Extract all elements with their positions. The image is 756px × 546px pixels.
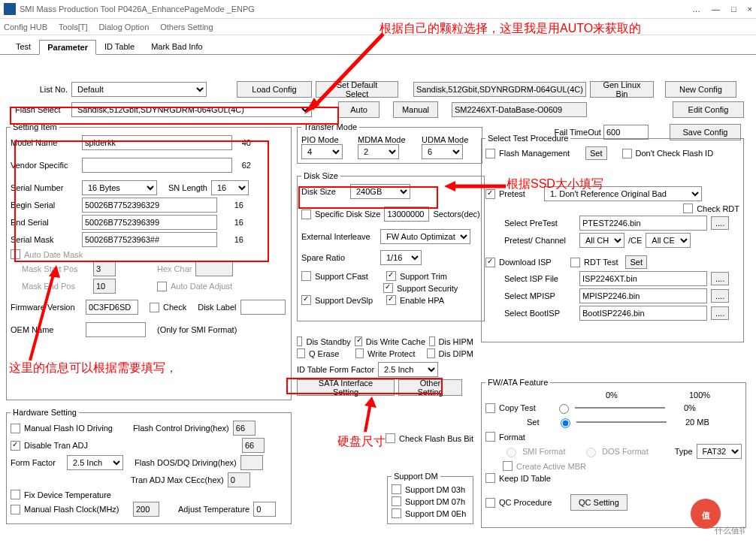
dm0e-check[interactable] (392, 508, 401, 518)
dis-hipm-label: Dis HIPM (439, 337, 473, 346)
dis-standby-check[interactable] (297, 336, 302, 346)
menu-others[interactable]: Others Setting (160, 23, 213, 32)
adjust-temp-input[interactable] (253, 502, 276, 517)
bootisp-input[interactable] (579, 306, 707, 321)
edit-config-button[interactable]: Edit Config (673, 101, 744, 118)
flash-mgmt-check[interactable] (485, 149, 495, 158)
pio-select[interactable]: 4 (301, 144, 343, 159)
bootisp-browse[interactable]: .... (711, 306, 729, 320)
tab-parameter[interactable]: Parameter (39, 40, 96, 55)
dm07-check[interactable] (392, 496, 401, 506)
minimize-button[interactable]: — (712, 5, 720, 14)
list-no-select[interactable]: Default (71, 82, 207, 97)
trim-check[interactable] (386, 271, 396, 281)
keep-id-check[interactable] (485, 473, 495, 483)
sn-length-select[interactable]: 16 (211, 180, 249, 195)
dis-dipm-check[interactable] (427, 348, 435, 358)
pretest-browse[interactable]: .... (711, 216, 729, 230)
auto-date-mask-check[interactable] (11, 249, 20, 259)
more-button[interactable]: … (692, 5, 700, 14)
keep-id-label: Keep ID Table (499, 474, 551, 483)
menu-config-hub[interactable]: Config HUB (4, 23, 47, 32)
disk-size-select[interactable]: 240GB (350, 184, 410, 199)
serial-num-select[interactable]: 16 Bytes (82, 180, 157, 195)
copy-test-radio[interactable] (559, 404, 569, 414)
fix-temp-check[interactable] (11, 490, 20, 499)
select-pretest-input[interactable] (579, 216, 707, 231)
ce-select[interactable]: All CE (646, 233, 691, 248)
menu-tools[interactable]: Tools[T] (59, 23, 88, 32)
form-factor-select[interactable]: 2.5 Inch (378, 362, 438, 377)
model-name-input[interactable] (82, 135, 232, 150)
annotation-2: 根据SSD大小填写 (507, 176, 603, 192)
close-button[interactable]: × (748, 5, 752, 14)
ff-select[interactable]: 2.5 Inch (67, 455, 123, 470)
tab-id-table[interactable]: ID Table (96, 39, 143, 54)
tab-test[interactable]: Test (8, 39, 39, 54)
mpisp-input[interactable] (579, 288, 707, 303)
disable-tran-check[interactable] (11, 441, 20, 451)
manual-button[interactable]: Manual (393, 101, 438, 118)
specific-disk-input[interactable] (384, 207, 429, 222)
maximize-button[interactable]: □ (731, 5, 736, 14)
check-rdt-box[interactable] (683, 204, 693, 213)
sata-setting-button[interactable]: SATA Interface Setting (297, 379, 395, 396)
specific-disk-check[interactable] (301, 210, 311, 219)
cfast-check[interactable] (301, 271, 311, 281)
set-radio[interactable] (561, 418, 570, 428)
dos-format-radio (586, 448, 596, 457)
menu-dialog-option[interactable]: Dialog Option (99, 23, 150, 32)
create-mbr-check (503, 461, 513, 471)
qc-setting-button[interactable]: QC Setting (570, 494, 627, 511)
other-setting-button[interactable]: Other Setting (398, 379, 462, 396)
svg-line-0 (312, 34, 383, 109)
write-protect-check[interactable] (355, 348, 364, 358)
isp-browse[interactable]: .... (711, 272, 729, 285)
vendor-input[interactable] (82, 158, 232, 173)
format-label: Format (499, 433, 525, 442)
hpa-check[interactable] (386, 295, 396, 305)
rdt-test-check[interactable] (570, 258, 580, 267)
rdt-set-button[interactable]: Set (625, 255, 647, 269)
qc-procedure-check[interactable] (485, 498, 495, 508)
check-flash-bus-check[interactable] (386, 433, 395, 443)
auto-date-mask-label: Auto Date Mask (24, 250, 83, 259)
q-erase-check[interactable] (297, 348, 305, 358)
manual-clock-check[interactable] (11, 505, 20, 514)
tran-max-input (228, 472, 250, 487)
oem-input[interactable] (86, 322, 146, 337)
dis-hipm-check[interactable] (429, 336, 434, 346)
hpa-label: Enable HPA (400, 296, 444, 305)
udma-select[interactable]: 6 (422, 144, 463, 159)
devslp-check[interactable] (301, 295, 311, 305)
vendor-len: 62 (236, 161, 251, 170)
format-check[interactable] (485, 432, 495, 442)
check-box[interactable] (150, 303, 159, 312)
tab-mark-bad[interactable]: Mark Bad Info (143, 39, 210, 54)
serial-mask-input[interactable] (82, 232, 217, 247)
disk-label-input[interactable] (240, 300, 286, 315)
flash-select-label: Flash Select (15, 105, 68, 114)
copy-test-check[interactable] (485, 403, 495, 413)
svg-marker-1 (304, 98, 319, 114)
new-config-button[interactable]: New Config (665, 81, 736, 98)
dis-wcache-check[interactable] (355, 336, 362, 346)
end-serial-input[interactable] (82, 215, 217, 230)
dont-check-box[interactable] (622, 149, 632, 158)
security-check[interactable] (383, 283, 393, 293)
manual-io-check[interactable] (11, 424, 20, 433)
flash-select-dropdown[interactable]: Sandisk,512Gbit,SDYNRGDRM-064GUL(4C) (71, 102, 312, 117)
mpisp-browse[interactable]: .... (711, 289, 729, 303)
dm03-check[interactable] (392, 484, 401, 494)
fw-input[interactable] (86, 300, 138, 315)
isp-file-input[interactable] (579, 271, 707, 286)
pretest-ch-select[interactable]: All CH (579, 233, 624, 248)
ext-interleave-select[interactable]: FW Auto Optimization (380, 229, 470, 244)
spare-ratio-select[interactable]: 1/16 (380, 250, 422, 265)
set-button[interactable]: Set (585, 146, 607, 160)
download-isp-check[interactable] (485, 258, 495, 267)
begin-serial-input[interactable] (82, 198, 217, 213)
type-select[interactable]: FAT32 (697, 444, 742, 459)
mdma-select[interactable]: 2 (358, 144, 399, 159)
gen-linux-button[interactable]: Gen Linux Bin (590, 81, 654, 98)
